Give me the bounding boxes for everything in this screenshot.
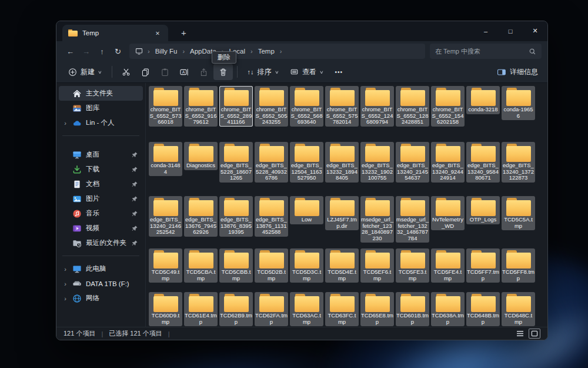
folder-item[interactable]: edge_BITS_13240_214554637 [396, 142, 429, 183]
share-button[interactable] [194, 64, 213, 80]
folder-item[interactable]: msedge_url_fetcher_13232_1486787784 [396, 196, 429, 243]
folder-item[interactable]: edge_BITS_13240_2146252542 [149, 196, 182, 237]
refresh-button[interactable]: ↻ [110, 44, 126, 59]
folder-item[interactable]: conda-3218 [466, 86, 500, 114]
minimize-button[interactable]: – [473, 21, 498, 41]
folder-item[interactable]: TCD5D4E.tmp [325, 248, 359, 283]
folder-item[interactable]: OTP_Logs [466, 196, 500, 224]
folder-item[interactable]: TCD62FA.tmp [255, 292, 288, 326]
sidebar-item[interactable]: ›Lin - 个人 [59, 115, 143, 130]
folder-item[interactable]: chrome_BITS_6552_1546202158 [431, 86, 465, 127]
sidebar-item[interactable]: ›网络 [59, 291, 143, 306]
folder-item[interactable]: msedge_url_fetcher_12328_1840897230 [360, 196, 394, 243]
folder-item[interactable]: Low [290, 196, 323, 224]
new-button[interactable]: 新建 ∨ [62, 65, 108, 79]
icons-view-button[interactable] [529, 329, 540, 339]
folder-item[interactable]: edge_BITS_13232_18948405 [325, 142, 359, 183]
sidebar-item[interactable]: 主文件夹 [59, 86, 143, 101]
chevron-right-icon[interactable]: › [62, 120, 68, 127]
folder-item[interactable]: TCD63AC.tmp [290, 292, 323, 326]
new-tab-button[interactable]: + [178, 27, 190, 38]
folder-item[interactable]: chrome_BITS_6552_57366018 [149, 86, 182, 127]
folder-item[interactable]: TCD61E4.tmp [184, 292, 218, 326]
close-button[interactable]: ✕ [523, 21, 547, 41]
sort-button[interactable]: ↑↓ 排序 ∨ [242, 65, 285, 79]
folder-item[interactable]: edge_BITS_5228_186071265 [219, 142, 253, 183]
search-input[interactable] [435, 48, 525, 55]
folder-item[interactable]: edge_BITS_13232_1902100755 [360, 142, 394, 183]
sidebar-item[interactable]: 下载 [59, 162, 143, 177]
folder-item[interactable]: chrome_BITS_6552_505243255 [255, 86, 288, 127]
folder-item[interactable]: edge_BITS_13240_924424914 [431, 142, 465, 183]
folder-item[interactable]: chrome_BITS_6552_568693640 [290, 86, 323, 127]
forward-button[interactable]: → [78, 44, 94, 59]
folder-item[interactable]: TCD5CBA.tmp [184, 248, 218, 283]
folder-item[interactable]: TCD648C.tmp [502, 292, 535, 326]
details-pane-button[interactable]: 详细信息 [497, 67, 542, 77]
folder-item[interactable]: edge_BITS_13876_839519395 [219, 196, 253, 237]
folder-item[interactable]: TCD5CBB.tmp [219, 248, 253, 283]
chevron-right-icon[interactable]: › [62, 266, 68, 273]
back-button[interactable]: ← [62, 44, 78, 59]
folder-item[interactable]: chrome_BITS_6552_575782014 [325, 86, 359, 127]
folder-item[interactable]: edge_BITS_13676_794562926 [184, 196, 218, 237]
sidebar-item[interactable]: 最近的文件夹 [59, 236, 143, 250]
sidebar-item[interactable]: 文档 [59, 177, 143, 191]
rename-button[interactable]: A [175, 64, 194, 80]
folder-item[interactable]: TCD5FE3.tmp [396, 248, 429, 283]
folder-item[interactable]: TCD5FE4.tmp [431, 248, 465, 283]
sidebar-item[interactable]: ›DATA 1TB (F:) [59, 276, 143, 291]
sidebar-item[interactable]: ›此电脑 [59, 261, 143, 276]
breadcrumb[interactable]: ›Billy Fu›AppData›Local›Temp› [129, 44, 425, 59]
folder-item[interactable]: TCD62B9.tmp [219, 292, 253, 326]
folder-item[interactable]: TCD638A.tmp [431, 292, 465, 326]
breadcrumb-segment[interactable]: Billy Fu [154, 47, 179, 55]
up-button[interactable]: ↑ [94, 44, 110, 59]
cut-button[interactable] [116, 64, 136, 80]
more-button[interactable]: ••• [329, 67, 349, 78]
folder-item[interactable]: TCD5C49.tmp [149, 248, 182, 283]
delete-button[interactable] [213, 64, 233, 80]
folder-item[interactable]: conda-31484 [149, 142, 182, 176]
view-button[interactable]: 查看 ∨ [284, 65, 329, 79]
search-box[interactable] [430, 44, 542, 59]
sidebar-item[interactable]: 音乐 [59, 206, 143, 221]
folder-item[interactable]: edge_BITS_13240_958480671 [466, 142, 500, 183]
folder-item[interactable]: conda-19656 [502, 86, 535, 120]
tab-close-icon[interactable]: ✕ [153, 29, 162, 38]
folder-item[interactable]: chrome_BITS_6552_1246809794 [360, 86, 394, 127]
chevron-right-icon[interactable]: › [62, 280, 68, 287]
paste-button[interactable] [155, 64, 175, 80]
folder-item[interactable]: TCD5FF8.tmp [502, 248, 535, 283]
sidebar-item[interactable]: 视频 [59, 221, 143, 236]
folder-item[interactable]: TCD5D2B.tmp [255, 248, 288, 283]
maximize-button[interactable]: □ [498, 21, 523, 41]
folder-item[interactable]: TCD648B.tmp [466, 292, 500, 326]
breadcrumb-segment[interactable]: Temp [257, 47, 276, 55]
folder-item[interactable]: TCD5C5A.tmp [502, 196, 535, 230]
sidebar-item[interactable]: 图库 [59, 101, 143, 115]
folder-item[interactable]: edge_BITS_12504_1163527950 [290, 142, 323, 183]
folder-item[interactable]: Diagnostics [184, 142, 218, 170]
folder-item[interactable]: TCD5FF7.tmp [466, 248, 500, 283]
details-view-button[interactable] [514, 329, 526, 339]
folder-item[interactable]: chrome_BITS_6552_1282428851 [396, 86, 429, 127]
folder-item[interactable]: TCD60D9.tmp [149, 292, 182, 326]
sidebar-item[interactable]: 桌面 [59, 147, 143, 162]
chevron-right-icon[interactable]: › [62, 295, 68, 302]
folder-item[interactable]: edge_BITS_5228_409326786 [255, 142, 288, 183]
tab-temp[interactable]: Temp ✕ [62, 25, 168, 41]
copy-button[interactable] [136, 64, 155, 80]
folder-item[interactable]: chrome_BITS_6552_91679612 [184, 86, 218, 127]
folder-item[interactable]: edge_BITS_13876_1131452588 [255, 196, 288, 237]
sidebar-item[interactable]: 图片 [59, 191, 143, 206]
folder-item[interactable]: TCD5D3C.tmp [290, 248, 323, 283]
folder-item[interactable]: edge_BITS_13240_1372122873 [502, 142, 535, 183]
folder-item[interactable]: TCD601B.tmp [396, 292, 429, 326]
folder-item[interactable]: LZJ45F7.tmp.dir [325, 196, 359, 230]
folder-item[interactable]: chrome_BITS_6552_289411166 [219, 86, 253, 127]
folder-item[interactable]: NvTelemetry_WD [431, 196, 465, 230]
folder-item[interactable]: TCD63FC.tmp [325, 292, 359, 326]
folder-item[interactable]: TCD65E8.tmp [360, 292, 394, 326]
folder-item[interactable]: TCD5EF6.tmp [360, 248, 394, 283]
